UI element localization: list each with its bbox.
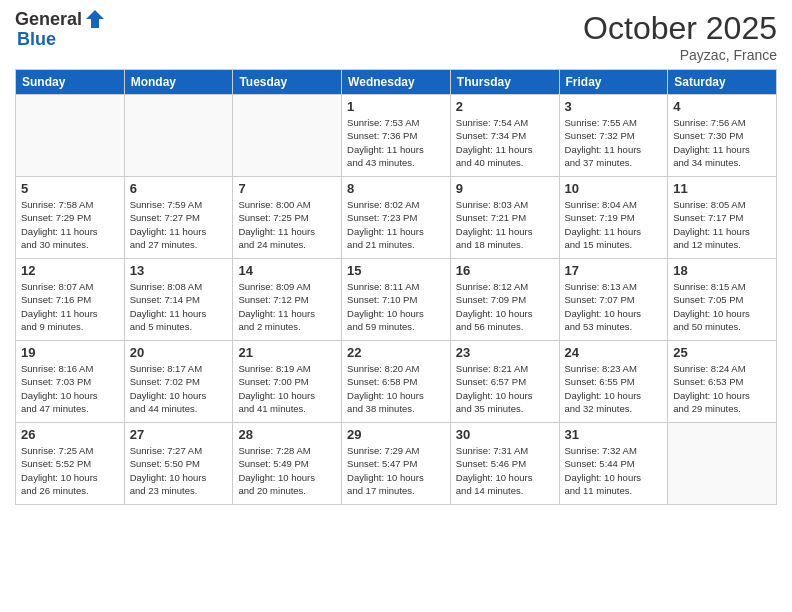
col-tuesday: Tuesday	[233, 70, 342, 95]
day-info: Sunrise: 8:24 AM Sunset: 6:53 PM Dayligh…	[673, 362, 771, 415]
table-cell: 13Sunrise: 8:08 AM Sunset: 7:14 PM Dayli…	[124, 259, 233, 341]
col-wednesday: Wednesday	[342, 70, 451, 95]
svg-marker-0	[86, 10, 104, 28]
day-info: Sunrise: 7:27 AM Sunset: 5:50 PM Dayligh…	[130, 444, 228, 497]
day-info: Sunrise: 7:28 AM Sunset: 5:49 PM Dayligh…	[238, 444, 336, 497]
logo-icon	[84, 8, 106, 30]
col-thursday: Thursday	[450, 70, 559, 95]
table-cell: 17Sunrise: 8:13 AM Sunset: 7:07 PM Dayli…	[559, 259, 668, 341]
day-info: Sunrise: 8:16 AM Sunset: 7:03 PM Dayligh…	[21, 362, 119, 415]
month-title: October 2025	[583, 10, 777, 47]
day-number: 9	[456, 181, 554, 196]
table-cell	[124, 95, 233, 177]
day-number: 11	[673, 181, 771, 196]
table-cell: 16Sunrise: 8:12 AM Sunset: 7:09 PM Dayli…	[450, 259, 559, 341]
day-info: Sunrise: 7:58 AM Sunset: 7:29 PM Dayligh…	[21, 198, 119, 251]
day-number: 30	[456, 427, 554, 442]
day-number: 6	[130, 181, 228, 196]
table-cell: 24Sunrise: 8:23 AM Sunset: 6:55 PM Dayli…	[559, 341, 668, 423]
table-cell: 6Sunrise: 7:59 AM Sunset: 7:27 PM Daylig…	[124, 177, 233, 259]
table-cell: 14Sunrise: 8:09 AM Sunset: 7:12 PM Dayli…	[233, 259, 342, 341]
table-cell	[233, 95, 342, 177]
table-cell: 31Sunrise: 7:32 AM Sunset: 5:44 PM Dayli…	[559, 423, 668, 505]
day-number: 25	[673, 345, 771, 360]
day-number: 13	[130, 263, 228, 278]
table-cell: 2Sunrise: 7:54 AM Sunset: 7:34 PM Daylig…	[450, 95, 559, 177]
day-info: Sunrise: 7:32 AM Sunset: 5:44 PM Dayligh…	[565, 444, 663, 497]
day-number: 8	[347, 181, 445, 196]
week-row-1: 1Sunrise: 7:53 AM Sunset: 7:36 PM Daylig…	[16, 95, 777, 177]
day-number: 2	[456, 99, 554, 114]
day-info: Sunrise: 8:11 AM Sunset: 7:10 PM Dayligh…	[347, 280, 445, 333]
day-number: 7	[238, 181, 336, 196]
col-monday: Monday	[124, 70, 233, 95]
week-row-5: 26Sunrise: 7:25 AM Sunset: 5:52 PM Dayli…	[16, 423, 777, 505]
table-cell: 8Sunrise: 8:02 AM Sunset: 7:23 PM Daylig…	[342, 177, 451, 259]
day-number: 1	[347, 99, 445, 114]
col-sunday: Sunday	[16, 70, 125, 95]
day-info: Sunrise: 8:03 AM Sunset: 7:21 PM Dayligh…	[456, 198, 554, 251]
table-cell: 19Sunrise: 8:16 AM Sunset: 7:03 PM Dayli…	[16, 341, 125, 423]
week-row-4: 19Sunrise: 8:16 AM Sunset: 7:03 PM Dayli…	[16, 341, 777, 423]
day-info: Sunrise: 8:19 AM Sunset: 7:00 PM Dayligh…	[238, 362, 336, 415]
table-cell: 21Sunrise: 8:19 AM Sunset: 7:00 PM Dayli…	[233, 341, 342, 423]
title-block: October 2025 Payzac, France	[583, 10, 777, 63]
calendar-table: Sunday Monday Tuesday Wednesday Thursday…	[15, 69, 777, 505]
day-info: Sunrise: 7:31 AM Sunset: 5:46 PM Dayligh…	[456, 444, 554, 497]
day-info: Sunrise: 8:02 AM Sunset: 7:23 PM Dayligh…	[347, 198, 445, 251]
table-cell: 25Sunrise: 8:24 AM Sunset: 6:53 PM Dayli…	[668, 341, 777, 423]
day-number: 18	[673, 263, 771, 278]
day-info: Sunrise: 8:15 AM Sunset: 7:05 PM Dayligh…	[673, 280, 771, 333]
day-number: 29	[347, 427, 445, 442]
calendar-header-row: Sunday Monday Tuesday Wednesday Thursday…	[16, 70, 777, 95]
logo-blue: Blue	[17, 30, 106, 50]
day-number: 31	[565, 427, 663, 442]
day-info: Sunrise: 8:13 AM Sunset: 7:07 PM Dayligh…	[565, 280, 663, 333]
table-cell: 18Sunrise: 8:15 AM Sunset: 7:05 PM Dayli…	[668, 259, 777, 341]
day-info: Sunrise: 7:54 AM Sunset: 7:34 PM Dayligh…	[456, 116, 554, 169]
table-cell	[668, 423, 777, 505]
col-saturday: Saturday	[668, 70, 777, 95]
day-number: 20	[130, 345, 228, 360]
day-info: Sunrise: 7:56 AM Sunset: 7:30 PM Dayligh…	[673, 116, 771, 169]
day-number: 28	[238, 427, 336, 442]
table-cell: 20Sunrise: 8:17 AM Sunset: 7:02 PM Dayli…	[124, 341, 233, 423]
day-info: Sunrise: 7:59 AM Sunset: 7:27 PM Dayligh…	[130, 198, 228, 251]
table-cell: 10Sunrise: 8:04 AM Sunset: 7:19 PM Dayli…	[559, 177, 668, 259]
day-info: Sunrise: 8:00 AM Sunset: 7:25 PM Dayligh…	[238, 198, 336, 251]
day-info: Sunrise: 7:55 AM Sunset: 7:32 PM Dayligh…	[565, 116, 663, 169]
table-cell: 27Sunrise: 7:27 AM Sunset: 5:50 PM Dayli…	[124, 423, 233, 505]
table-cell: 1Sunrise: 7:53 AM Sunset: 7:36 PM Daylig…	[342, 95, 451, 177]
table-cell: 5Sunrise: 7:58 AM Sunset: 7:29 PM Daylig…	[16, 177, 125, 259]
table-cell: 7Sunrise: 8:00 AM Sunset: 7:25 PM Daylig…	[233, 177, 342, 259]
day-number: 26	[21, 427, 119, 442]
day-number: 4	[673, 99, 771, 114]
day-info: Sunrise: 7:25 AM Sunset: 5:52 PM Dayligh…	[21, 444, 119, 497]
day-info: Sunrise: 7:29 AM Sunset: 5:47 PM Dayligh…	[347, 444, 445, 497]
week-row-2: 5Sunrise: 7:58 AM Sunset: 7:29 PM Daylig…	[16, 177, 777, 259]
day-info: Sunrise: 7:53 AM Sunset: 7:36 PM Dayligh…	[347, 116, 445, 169]
day-info: Sunrise: 8:23 AM Sunset: 6:55 PM Dayligh…	[565, 362, 663, 415]
table-cell: 23Sunrise: 8:21 AM Sunset: 6:57 PM Dayli…	[450, 341, 559, 423]
day-info: Sunrise: 8:04 AM Sunset: 7:19 PM Dayligh…	[565, 198, 663, 251]
day-number: 17	[565, 263, 663, 278]
day-number: 16	[456, 263, 554, 278]
table-cell	[16, 95, 125, 177]
day-info: Sunrise: 8:07 AM Sunset: 7:16 PM Dayligh…	[21, 280, 119, 333]
day-number: 23	[456, 345, 554, 360]
table-cell: 4Sunrise: 7:56 AM Sunset: 7:30 PM Daylig…	[668, 95, 777, 177]
table-cell: 12Sunrise: 8:07 AM Sunset: 7:16 PM Dayli…	[16, 259, 125, 341]
table-cell: 29Sunrise: 7:29 AM Sunset: 5:47 PM Dayli…	[342, 423, 451, 505]
logo: General Blue	[15, 10, 106, 50]
day-info: Sunrise: 8:05 AM Sunset: 7:17 PM Dayligh…	[673, 198, 771, 251]
day-number: 14	[238, 263, 336, 278]
day-info: Sunrise: 8:17 AM Sunset: 7:02 PM Dayligh…	[130, 362, 228, 415]
table-cell: 15Sunrise: 8:11 AM Sunset: 7:10 PM Dayli…	[342, 259, 451, 341]
table-cell: 11Sunrise: 8:05 AM Sunset: 7:17 PM Dayli…	[668, 177, 777, 259]
day-info: Sunrise: 8:09 AM Sunset: 7:12 PM Dayligh…	[238, 280, 336, 333]
day-number: 19	[21, 345, 119, 360]
table-cell: 22Sunrise: 8:20 AM Sunset: 6:58 PM Dayli…	[342, 341, 451, 423]
day-info: Sunrise: 8:21 AM Sunset: 6:57 PM Dayligh…	[456, 362, 554, 415]
day-number: 27	[130, 427, 228, 442]
day-number: 5	[21, 181, 119, 196]
